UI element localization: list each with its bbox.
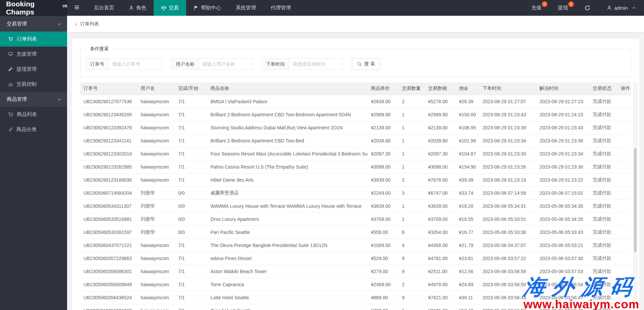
sidebar-item-order-list-label: 订单列表 <box>17 36 37 42</box>
refresh-button[interactable] <box>576 0 598 16</box>
menu-group-goods[interactable]: 商品管理 <box>0 92 67 107</box>
admin-menu[interactable]: admin <box>598 0 644 16</box>
cell: 7/1 <box>175 291 207 304</box>
cell: ¥3939.00 <box>368 173 398 186</box>
cell: ¥3695.00 <box>425 304 455 310</box>
column-header-6: 交易数额 <box>425 82 455 95</box>
sidebar-item-withdraw-mgmt[interactable]: 提现管理 <box>0 62 67 77</box>
cell <box>618 186 631 199</box>
cell: 完成付款 <box>589 121 618 134</box>
chevron-up-icon <box>632 6 636 10</box>
nav-item-dashboard[interactable]: 后台首页 <box>87 0 121 16</box>
table-row: UB2308290127077536haiwaiymcom7/1BMGA l V… <box>80 95 631 108</box>
cell: 刘德华 <box>137 199 175 212</box>
cell: UB2305060534311307 <box>80 199 137 212</box>
cell: ¥33.74 <box>455 186 479 199</box>
cell: ¥39.39 <box>455 173 479 186</box>
cell: 1 <box>398 199 425 212</box>
scrollbar-thumb[interactable] <box>634 148 637 252</box>
cell: ¥2249.00 <box>368 186 398 199</box>
sidebar-item-goods-category[interactable]: 商品分类 <box>0 122 67 137</box>
cell: Hôtel Dame des Arts <box>207 173 368 186</box>
column-header-4: 商品单价 <box>368 82 398 95</box>
recharge-button[interactable]: 充值0 <box>523 0 549 16</box>
sidebar-item-goods-list[interactable]: 商品列表 <box>0 107 67 122</box>
cell: 7/1 <box>175 95 207 108</box>
cell: ¥3709.00 <box>425 212 455 226</box>
search-button[interactable]: 搜 索 <box>352 58 380 70</box>
gavel-icon <box>8 67 13 72</box>
order-no-field-input[interactable] <box>108 58 163 70</box>
refresh-icon <box>584 5 590 11</box>
cell: 完成付款 <box>589 212 618 226</box>
username-field-input[interactable] <box>199 58 253 70</box>
cell: 完成付款 <box>589 252 618 265</box>
cell: ¥3639.00 <box>368 199 398 212</box>
table-row: UB2305060437071221haiwaiymcom7/1The Okur… <box>80 239 631 252</box>
recharge-button-badge: 0 <box>542 1 547 7</box>
cell: 完成付款 <box>589 278 618 291</box>
cell: haiwaiymcom <box>137 173 175 186</box>
withdraw-button[interactable]: 提现0 <box>549 0 576 16</box>
nav-item-help-center-label: 帮助中心 <box>201 5 221 11</box>
cell: ¥2097.30 <box>368 147 398 160</box>
cell: 刘德华 <box>137 186 175 199</box>
sidebar-collapse-button[interactable] <box>67 0 87 16</box>
search-panel: 条件搜索 订单号用户名称下单时间搜 索 <box>80 49 631 77</box>
recharge-button-label: 充值 <box>531 5 541 11</box>
cell <box>618 121 631 134</box>
column-header-10: 交易状态 <box>589 82 618 95</box>
nav-item-roles[interactable]: 角色 <box>121 0 154 16</box>
content-card: 条件搜索 订单号用户名称下单时间搜 索 订单号用户名完成/开始商品名称商品单价交… <box>72 39 639 310</box>
sidebar-item-recharge-mgmt[interactable]: 充值管理 <box>0 47 67 62</box>
cell: 2023-05-06 05:33:43 <box>536 226 589 239</box>
cell: 完成付款 <box>589 186 618 199</box>
cell: ¥101.99 <box>455 134 479 147</box>
cell: ¥18.55 <box>455 212 479 226</box>
cell: 完成付款 <box>589 239 618 252</box>
cell: ¥559.00 <box>368 226 398 239</box>
cell: haiwaiymcom <box>137 160 175 173</box>
cell: 2023-05-06 03:57:30 <box>536 252 589 265</box>
cell: edona Pines Resort <box>207 252 368 265</box>
cell: Lotte Hotel Seattle <box>207 291 368 304</box>
cell: 1 <box>398 121 425 134</box>
cell: 完成付款 <box>589 226 618 239</box>
column-header-3: 商品名称 <box>207 82 368 95</box>
cell: 完成付款 <box>589 304 618 310</box>
cell: 完成付款 <box>589 265 618 278</box>
cell: UB2305060533381597 <box>80 226 137 239</box>
cell: 7/1 <box>175 134 207 147</box>
cell: 1 <box>398 212 425 226</box>
table-row: UB2305060356509049haiwaiymcom7/1Torre Ca… <box>80 278 631 291</box>
cell: ¥7878.00 <box>425 173 455 186</box>
cell: ¥869.00 <box>368 291 398 304</box>
search-panel-title: 条件搜索 <box>87 46 112 52</box>
nav-item-system[interactable]: 系统管理 <box>228 0 263 16</box>
announcement-icon <box>8 52 13 57</box>
orders-table-wrap: 订单号用户名完成/开始商品名称商品单价交易数量交易数额佣金下单时间解冻时间交易状… <box>80 82 631 310</box>
cell: 9 <box>398 265 425 278</box>
cell: 2023-08-29 01:27:23 <box>536 95 589 108</box>
cell: 7/1 <box>175 278 207 291</box>
gauge-icon <box>8 82 13 87</box>
nav-item-trade[interactable]: 交易 <box>154 0 186 16</box>
order-time-field-label: 下单时间 <box>262 58 289 70</box>
nav-item-help-center[interactable]: 帮助中心 <box>186 0 228 16</box>
cell: ¥16.77 <box>455 226 479 239</box>
nav-item-agent[interactable]: 代理管理 <box>263 0 298 16</box>
menu-group-trade[interactable]: 交易管理 <box>0 16 67 32</box>
sidebar-item-order-list[interactable]: 订单列表 <box>0 32 67 47</box>
sidebar-item-trade-control[interactable]: 交易控制 <box>0 77 67 92</box>
cell: 2 <box>398 173 425 186</box>
order-time-field-input[interactable] <box>289 58 343 70</box>
top-actions: 充值0提现0admin <box>523 0 644 16</box>
chevron-down-icon <box>57 97 62 102</box>
vertical-scrollbar[interactable] <box>633 82 637 310</box>
cell: 完成付款 <box>589 291 618 304</box>
cell <box>618 291 631 304</box>
cell: 完成付款 <box>589 147 618 160</box>
link-icon <box>8 127 13 132</box>
cell: ¥2139.00 <box>368 121 398 134</box>
cell: ¥4978.00 <box>425 278 455 291</box>
